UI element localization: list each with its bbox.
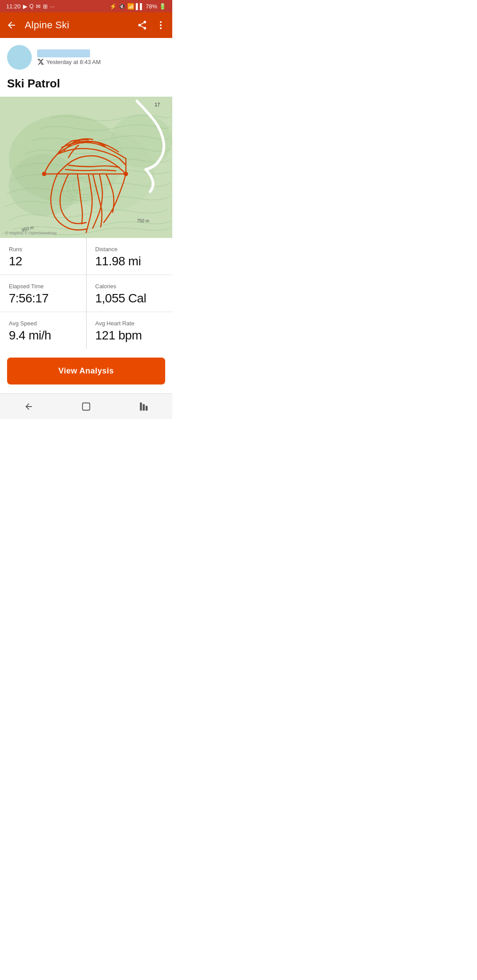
- stat-distance: Distance 11.98 mi: [87, 238, 173, 275]
- elapsed-time-label: Elapsed Time: [9, 283, 77, 290]
- q-icon: Q: [30, 3, 34, 9]
- svg-point-1: [160, 24, 162, 26]
- stats-row-3: Avg Speed 9.4 mi/h Avg Heart Rate 121 bp…: [0, 312, 172, 349]
- status-right: ⚡ 🔇 📶 ▌▌ 78% 🔋: [110, 3, 166, 10]
- app-bar: Alpine Ski: [0, 12, 172, 38]
- route-number-17: 17: [155, 102, 160, 107]
- nav-back-button[interactable]: [15, 398, 42, 415]
- status-time: 11:20: [6, 3, 21, 10]
- map-svg: 900 m 950 m 950 m 750 m 17 Single Slalom: [0, 97, 172, 238]
- svg-rect-10: [143, 404, 145, 411]
- avg-heart-rate-label: Avg Heart Rate: [95, 320, 164, 327]
- route-endpoint: [124, 172, 128, 176]
- view-analysis-section: View Analysis: [0, 349, 172, 393]
- avg-speed-value: 9.4 mi/h: [9, 328, 77, 343]
- svg-rect-11: [146, 406, 148, 411]
- image-icon: ⊞: [43, 3, 48, 10]
- stat-runs: Runs 12: [0, 238, 87, 275]
- x-platform-icon: [37, 58, 44, 65]
- calories-value: 1,055 Cal: [95, 291, 164, 305]
- stats-row-1: Runs 12 Distance 11.98 mi: [0, 238, 172, 275]
- mail-icon: ✉: [36, 3, 41, 10]
- stat-calories: Calories 1,055 Cal: [87, 275, 173, 312]
- activity-title: Ski Patrol: [0, 74, 172, 97]
- avatar: [7, 45, 32, 70]
- status-left: 11:20 ▶ Q ✉ ⊞ ···: [6, 3, 55, 10]
- user-timestamp: Yesterday at 8:43 AM: [37, 58, 101, 65]
- runs-label: Runs: [9, 246, 77, 253]
- distance-value: 11.98 mi: [95, 254, 164, 268]
- mute-icon: 🔇: [118, 3, 125, 10]
- svg-point-2: [160, 27, 162, 29]
- calories-label: Calories: [95, 283, 164, 290]
- svg-rect-9: [140, 402, 142, 410]
- app-bar-actions: [137, 20, 166, 30]
- signal-icon: ▌▌: [136, 3, 144, 10]
- nav-recents-button[interactable]: [130, 398, 157, 415]
- wifi-icon: 📶: [127, 3, 134, 10]
- more-icon: ···: [50, 3, 55, 10]
- status-bar: 11:20 ▶ Q ✉ ⊞ ··· ⚡ 🔇 📶 ▌▌ 78% 🔋: [0, 0, 172, 12]
- play-icon: ▶: [23, 3, 27, 10]
- svg-point-0: [160, 21, 162, 23]
- user-info: Yesterday at 8:43 AM: [37, 49, 101, 65]
- bottom-nav: [0, 393, 172, 419]
- stat-avg-speed: Avg Speed 9.4 mi/h: [0, 312, 87, 349]
- distance-label: Distance: [95, 246, 164, 253]
- back-button[interactable]: [6, 20, 17, 30]
- map-container[interactable]: 900 m 950 m 950 m 750 m 17 Single Slalom: [0, 97, 172, 238]
- battery-text: 78%: [146, 3, 157, 10]
- app-bar-title: Alpine Ski: [25, 19, 137, 31]
- stat-avg-heart-rate: Avg Heart Rate 121 bpm: [87, 312, 173, 349]
- map-credit-text: © Mapbox © OpenStreetMap: [5, 231, 57, 235]
- bluetooth-icon: ⚡: [110, 3, 117, 10]
- svg-rect-8: [83, 403, 90, 410]
- route-startpoint: [42, 172, 46, 176]
- more-options-button[interactable]: [155, 20, 166, 30]
- elevation-label-750: 750 m: [137, 219, 149, 223]
- share-button[interactable]: [137, 20, 148, 30]
- nav-home-button[interactable]: [73, 398, 99, 415]
- avg-heart-rate-value: 121 bpm: [95, 328, 164, 343]
- user-section: Yesterday at 8:43 AM: [0, 38, 172, 74]
- runs-value: 12: [9, 254, 77, 268]
- view-analysis-button[interactable]: View Analysis: [7, 358, 165, 384]
- post-timestamp: Yesterday at 8:43 AM: [46, 59, 101, 65]
- elapsed-time-value: 7:56:17: [9, 291, 77, 305]
- avg-speed-label: Avg Speed: [9, 320, 77, 327]
- battery-icon: 🔋: [159, 3, 166, 10]
- stats-row-2: Elapsed Time 7:56:17 Calories 1,055 Cal: [0, 275, 172, 312]
- stats-section: Runs 12 Distance 11.98 mi Elapsed Time 7…: [0, 238, 172, 349]
- stat-elapsed-time: Elapsed Time 7:56:17: [0, 275, 87, 312]
- user-name-blurred: [37, 49, 90, 57]
